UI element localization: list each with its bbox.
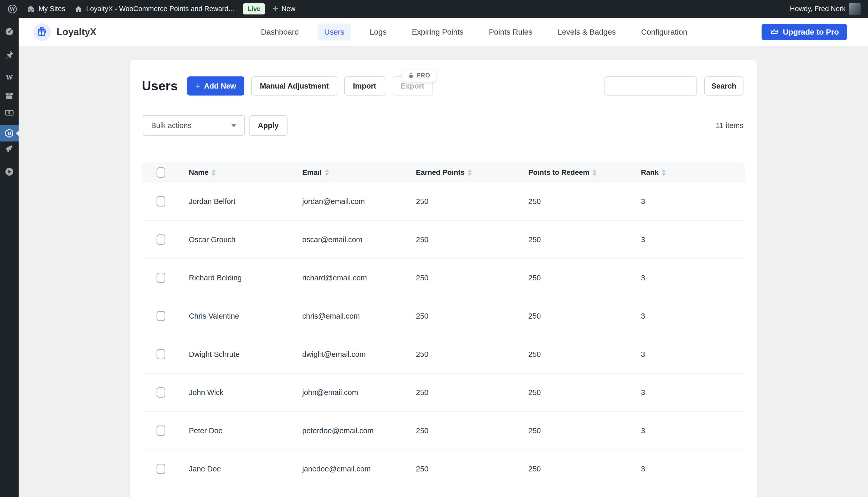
col-points-to-redeem[interactable]: Points to Redeem xyxy=(528,168,641,176)
dashboard-gauge-icon[interactable] xyxy=(4,27,14,37)
site-menu[interactable]: LoyaltyX - WooCommerce Points and Reward… xyxy=(74,5,234,13)
table-row: Chris Valentine chris@email.com 250 250 … xyxy=(142,297,745,336)
row-checkbox[interactable] xyxy=(156,235,165,245)
cell-earned: 250 xyxy=(416,312,528,321)
nav-logs[interactable]: Logs xyxy=(363,24,393,41)
w-logo-icon[interactable]: w xyxy=(4,72,14,82)
svg-text:$: $ xyxy=(8,111,10,115)
home-icon xyxy=(74,5,83,13)
row-checkbox[interactable] xyxy=(156,349,165,359)
plugin-nav: Dashboard Users Logs Expiring Points Poi… xyxy=(254,18,694,46)
col-rank[interactable]: Rank xyxy=(641,168,745,176)
svg-text:w: w xyxy=(6,72,13,81)
import-button[interactable]: Import xyxy=(344,76,385,96)
cell-email: richard@email.com xyxy=(302,274,416,282)
cell-earned: 250 xyxy=(416,236,528,244)
site-name: LoyaltyX - WooCommerce Points and Reward… xyxy=(86,5,234,13)
cell-name: Oscar Grouch xyxy=(189,236,302,244)
plus-icon: + xyxy=(195,81,200,91)
cell-email: dwight@email.com xyxy=(302,350,416,359)
sidebar-item-loyaltyx-active[interactable]: D xyxy=(0,125,18,141)
row-checkbox[interactable] xyxy=(156,311,165,321)
brand: LoyaltyX xyxy=(33,23,96,41)
archive-box-icon[interactable] xyxy=(4,91,14,101)
col-earned-points[interactable]: Earned Points xyxy=(416,168,528,176)
bulk-actions-select[interactable]: Bulk actions xyxy=(143,115,245,136)
cell-name: Peter Doe xyxy=(189,427,302,435)
cell-redeem: 250 xyxy=(528,312,641,321)
table-body: Jordan Belfort jordan@email.com 250 250 … xyxy=(142,183,745,488)
screen: W My Sites LoyaltyX - WooCommerce Points… xyxy=(0,0,868,497)
brand-name: LoyaltyX xyxy=(57,27,96,38)
megaphone-icon[interactable] xyxy=(4,144,14,153)
table-header-row: Name Email Earned Points Points to Redee… xyxy=(142,162,745,183)
table-row: Jordan Belfort jordan@email.com 250 250 … xyxy=(142,183,745,221)
add-new-label: Add New xyxy=(204,82,236,90)
nav-points-rules[interactable]: Points Rules xyxy=(482,24,539,41)
cell-redeem: 250 xyxy=(528,197,641,206)
play-circle-icon[interactable] xyxy=(4,167,14,176)
nav-configuration[interactable]: Configuration xyxy=(634,24,694,41)
list-controls: Bulk actions Apply 11 items xyxy=(143,115,743,136)
search-input[interactable] xyxy=(604,76,697,96)
sort-icon xyxy=(592,169,597,176)
col-name[interactable]: Name xyxy=(189,168,302,176)
add-new-button[interactable]: + Add New xyxy=(187,76,244,96)
cell-earned: 250 xyxy=(416,465,528,473)
nav-levels-badges[interactable]: Levels & Badges xyxy=(551,24,622,41)
cell-email: peterdoe@email.com xyxy=(302,427,416,435)
gift-icon xyxy=(37,27,47,38)
cell-email: john@email.com xyxy=(302,388,416,397)
col-email[interactable]: Email xyxy=(302,168,416,176)
my-sites-label: My Sites xyxy=(39,5,65,13)
row-checkbox[interactable] xyxy=(156,196,165,207)
cell-redeem: 250 xyxy=(528,388,641,397)
cell-rank: 3 xyxy=(641,236,745,244)
loyaltyx-plugin-icon: D xyxy=(4,128,14,138)
nav-users[interactable]: Users xyxy=(318,24,351,41)
nav-dashboard[interactable]: Dashboard xyxy=(254,24,306,41)
wp-logo-menu[interactable]: W xyxy=(7,4,17,14)
upgrade-label: Upgrade to Pro xyxy=(783,28,839,37)
pin-icon[interactable] xyxy=(4,50,14,60)
pro-badge: PRO xyxy=(402,69,436,82)
table-row: John Wick john@email.com 250 250 3 xyxy=(142,373,745,412)
nav-expiring-points[interactable]: Expiring Points xyxy=(405,24,470,41)
svg-text:W: W xyxy=(9,6,15,12)
account-menu[interactable]: Howdy, Fred Nerk xyxy=(790,3,861,15)
new-label: New xyxy=(282,5,295,13)
row-checkbox[interactable] xyxy=(156,273,165,283)
cell-rank: 3 xyxy=(641,388,745,397)
export-wrap: Export PRO xyxy=(392,76,433,96)
dollar-bill-icon[interactable]: $ xyxy=(4,108,14,118)
upgrade-to-pro-button[interactable]: Upgrade to Pro xyxy=(761,24,847,40)
table-row: Jane Doe janedoe@email.com 250 250 3 xyxy=(142,450,745,488)
sort-icon xyxy=(662,169,666,176)
table-row: Dwight Schrute dwight@email.com 250 250 … xyxy=(142,336,745,373)
select-all-cell xyxy=(142,167,189,178)
svg-text:D: D xyxy=(8,131,11,136)
cell-rank: 3 xyxy=(641,312,745,321)
items-count: 11 items xyxy=(716,121,743,130)
row-checkbox[interactable] xyxy=(156,464,165,474)
cell-earned: 250 xyxy=(416,197,528,206)
cell-rank: 3 xyxy=(641,274,745,282)
apply-button[interactable]: Apply xyxy=(249,115,288,136)
search-button[interactable]: Search xyxy=(704,76,743,96)
select-all-checkbox[interactable] xyxy=(156,167,165,178)
pro-badge-label: PRO xyxy=(417,72,430,79)
cell-redeem: 250 xyxy=(528,350,641,359)
cell-earned: 250 xyxy=(416,274,528,282)
active-menu-arrow xyxy=(16,131,18,136)
manual-adjustment-button[interactable]: Manual Adjustment xyxy=(251,76,337,96)
users-card: Users + Add New Manual Adjustment Import… xyxy=(130,60,757,497)
cell-name: Chris Valentine xyxy=(189,312,302,321)
cell-earned: 250 xyxy=(416,350,528,359)
my-sites-menu[interactable]: My Sites xyxy=(26,5,65,13)
avatar xyxy=(849,3,861,15)
row-checkbox[interactable] xyxy=(156,425,165,436)
cell-name: Jordan Belfort xyxy=(189,197,302,206)
table-row: Peter Doe peterdoe@email.com 250 250 3 xyxy=(142,412,745,450)
new-menu[interactable]: + New xyxy=(272,5,295,13)
row-checkbox[interactable] xyxy=(156,387,165,398)
